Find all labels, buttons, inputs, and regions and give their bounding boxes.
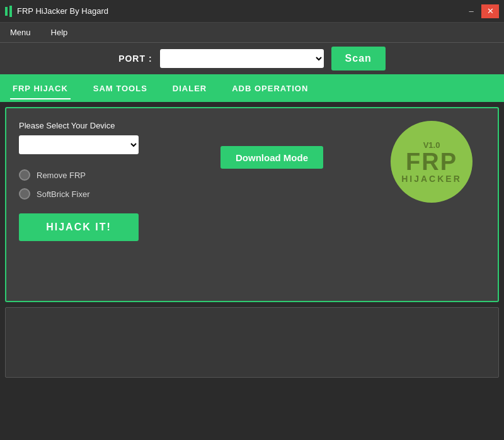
download-mode-button[interactable]: Download Mode: [220, 146, 323, 169]
close-button[interactable]: ✕: [481, 4, 499, 18]
tab-bar: FRP HIJACK SAM TOOLS DIALER ADB OPERATIO…: [0, 76, 504, 102]
frp-name: FRP: [406, 150, 457, 174]
port-select[interactable]: [160, 49, 324, 68]
menu-bar: Menu Help: [0, 23, 504, 43]
title-bar: FRP HiJacker By Hagard – ✕: [0, 0, 504, 23]
frp-logo: V1.0 FRP HIJACKER: [391, 121, 472, 203]
hijack-button[interactable]: HIJACK IT!: [19, 213, 139, 241]
app-icon: [5, 6, 12, 17]
window-controls: – ✕: [462, 4, 499, 18]
radio-circle-softbrick: [19, 188, 30, 200]
tab-dialer[interactable]: DIALER: [170, 79, 209, 99]
radio-circle-remove-frp: [19, 169, 30, 181]
port-bar: PORT : Scan: [0, 43, 504, 76]
main-content: Please Select Your Device Download Mode …: [5, 107, 499, 302]
port-label: PORT :: [118, 54, 152, 64]
menu-item-help[interactable]: Help: [46, 25, 73, 40]
frp-subtitle: HIJACKER: [401, 174, 462, 184]
menu-item-menu[interactable]: Menu: [5, 25, 36, 40]
window-title: FRP HiJacker By Hagard: [17, 6, 108, 16]
radio-label-softbrick: SoftBrick Fixer: [37, 189, 90, 199]
tab-frp-hijack[interactable]: FRP HIJACK: [10, 79, 71, 99]
minimize-button[interactable]: –: [462, 4, 480, 18]
log-area: [5, 307, 499, 378]
scan-button[interactable]: Scan: [331, 47, 386, 71]
device-select[interactable]: [19, 135, 139, 154]
title-bar-left: FRP HiJacker By Hagard: [5, 6, 108, 17]
tab-sam-tools[interactable]: SAM TOOLS: [91, 79, 150, 99]
radio-label-remove-frp: Remove FRP: [37, 171, 86, 180]
tab-adb-operation[interactable]: ADB OPERATION: [229, 79, 311, 99]
